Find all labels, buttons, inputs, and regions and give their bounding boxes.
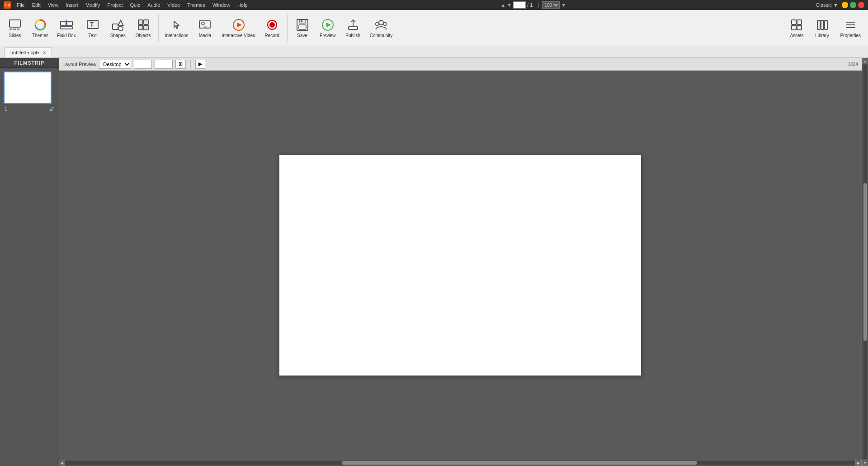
- slide-number: 1: [5, 107, 7, 112]
- shapes-tool[interactable]: Shapes: [106, 12, 130, 44]
- objects-icon: [136, 18, 151, 32]
- titlebar-right: Classic ▼: [816, 2, 864, 8]
- slide-thumbnail[interactable]: [4, 71, 52, 104]
- layout-select[interactable]: Desktop Mobile Tablet: [99, 60, 131, 69]
- text-tool[interactable]: T Text: [80, 12, 105, 44]
- record-tool[interactable]: Record: [260, 12, 284, 44]
- save-label: Save: [297, 33, 307, 38]
- slide-audio-icon: 🔊: [49, 107, 54, 112]
- zoom-select[interactable]: 100 75 50 125 150: [542, 1, 560, 9]
- properties-tool[interactable]: Properties: [835, 12, 865, 44]
- svg-text:T: T: [90, 21, 94, 28]
- menu-item-video[interactable]: Video: [164, 1, 183, 9]
- slide-current-input[interactable]: 1: [513, 1, 526, 9]
- publish-tool[interactable]: Publish: [341, 12, 365, 44]
- save-tool[interactable]: Save: [290, 12, 315, 44]
- slides-tool[interactable]: Slides: [3, 12, 27, 44]
- slide-down-btn[interactable]: ▼: [507, 2, 512, 8]
- menu-item-project[interactable]: Project: [104, 1, 126, 9]
- slides-label: Slides: [9, 33, 21, 38]
- slide-canvas[interactable]: [279, 155, 641, 376]
- right-panel-tools: Assets Library Properties: [785, 12, 865, 44]
- menu-item-window[interactable]: Window: [209, 1, 233, 9]
- svg-rect-37: [797, 25, 802, 30]
- svg-rect-26: [299, 25, 306, 29]
- menu-item-view[interactable]: View: [45, 1, 62, 9]
- save-icon: [295, 18, 310, 32]
- height-input[interactable]: 627: [155, 60, 173, 69]
- fit-button[interactable]: ⊞: [175, 60, 186, 69]
- menu-item-modify[interactable]: Modify: [82, 1, 103, 9]
- app-logo: Cp: [4, 1, 11, 9]
- slide-up-btn[interactable]: ▲: [500, 2, 505, 8]
- svg-rect-1: [9, 29, 12, 30]
- interactive-video-label: Interactive Video: [222, 33, 255, 38]
- maximize-button[interactable]: [850, 2, 856, 8]
- community-icon: [374, 18, 388, 32]
- scroll-left-arrow[interactable]: ◀: [59, 460, 65, 466]
- scroll-right-arrow[interactable]: ▶: [855, 460, 862, 466]
- toolbar-separator-1: [158, 14, 159, 42]
- svg-rect-3: [17, 29, 19, 30]
- slide-separator: /: [527, 2, 528, 8]
- community-tool[interactable]: Community: [366, 12, 396, 44]
- scroll-down-arrow[interactable]: ▼: [862, 460, 868, 466]
- zoom-separator: |: [538, 2, 539, 8]
- titlebar-center: ▲ ▼ 1 / 1 | 100 75 50 125 150 ▼: [500, 1, 566, 9]
- zoom-dropdown-icon[interactable]: ▼: [561, 2, 566, 8]
- tab-untitled[interactable]: untitled5.cptx ✕: [5, 48, 52, 57]
- play-button[interactable]: ▶: [195, 60, 205, 69]
- scroll-up-arrow[interactable]: ▲: [862, 58, 868, 64]
- properties-label: Properties: [840, 33, 861, 38]
- text-label: Text: [89, 33, 97, 38]
- svg-point-23: [269, 22, 275, 28]
- menu-item-quiz[interactable]: Quiz: [127, 1, 144, 9]
- library-tool[interactable]: Library: [810, 12, 834, 44]
- title-bar: Cp FileEditViewInsertModifyProjectQuizAu…: [0, 0, 868, 10]
- filmstrip-header: FILMSTRIP: [0, 58, 59, 68]
- properties-icon: [843, 18, 858, 32]
- menu-item-insert[interactable]: Insert: [62, 1, 81, 9]
- menu-item-themes[interactable]: Themes: [184, 1, 208, 9]
- objects-tool[interactable]: Objects: [131, 12, 156, 44]
- minimize-button[interactable]: [842, 2, 848, 8]
- tab-close-button[interactable]: ✕: [42, 50, 46, 55]
- close-button[interactable]: [858, 2, 864, 8]
- horizontal-scrollbar-thumb[interactable]: [342, 461, 698, 465]
- themes-tool[interactable]: Themes: [28, 12, 52, 44]
- classic-label[interactable]: Classic ▼: [816, 2, 838, 8]
- media-label: Media: [199, 33, 211, 38]
- menu-item-help[interactable]: Help: [234, 1, 251, 9]
- vertical-scrollbar[interactable]: ▲ ▼: [862, 58, 868, 466]
- tab-label: untitled5.cptx: [10, 50, 40, 55]
- svg-rect-36: [792, 25, 796, 30]
- shapes-icon: [111, 18, 125, 32]
- record-label: Record: [265, 33, 279, 38]
- preview-tool[interactable]: Preview: [316, 12, 340, 44]
- fluid-box-label: Fluid Box: [57, 33, 76, 38]
- menu-item-file[interactable]: File: [14, 1, 28, 9]
- width-input[interactable]: 1024: [134, 60, 152, 69]
- svg-rect-7: [61, 27, 72, 29]
- main-toolbar: Slides Themes Fluid Box T Text Shapes Ob…: [0, 10, 868, 46]
- menu-item-edit[interactable]: Edit: [29, 1, 44, 9]
- menu-item-audio[interactable]: Audio: [144, 1, 163, 9]
- svg-rect-27: [301, 20, 302, 22]
- interactions-tool[interactable]: Interactions: [161, 12, 192, 44]
- svg-rect-10: [113, 24, 118, 29]
- interactions-icon: [170, 18, 184, 32]
- preview-label: Preview: [320, 33, 336, 38]
- publish-icon: [346, 18, 360, 32]
- toolbar-separator-2: [287, 14, 288, 42]
- assets-icon: [789, 18, 804, 32]
- media-tool[interactable]: Media: [193, 12, 217, 44]
- vertical-scrollbar-thumb[interactable]: [863, 183, 867, 341]
- svg-marker-11: [118, 20, 123, 26]
- filmstrip-content: 1 🔊: [0, 68, 59, 466]
- assets-tool[interactable]: Assets: [785, 12, 808, 44]
- svg-rect-2: [13, 29, 16, 30]
- interactive-video-tool[interactable]: Interactive Video: [218, 12, 259, 44]
- themes-icon: [33, 18, 47, 32]
- fluid-box-tool[interactable]: Fluid Box: [53, 12, 80, 44]
- svg-rect-16: [144, 25, 148, 30]
